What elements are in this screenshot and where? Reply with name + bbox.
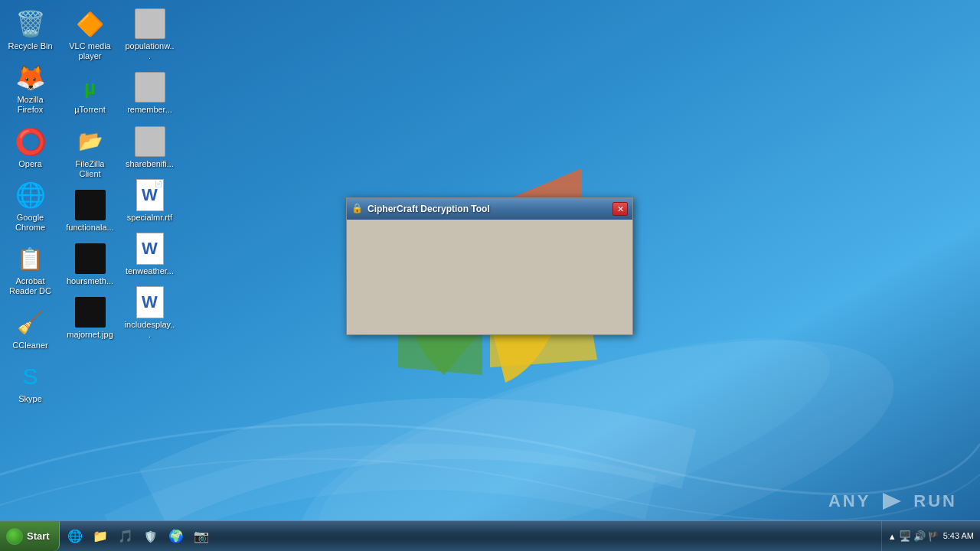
tray-icons: ▲ 🖥️ 🔊 🏴 xyxy=(888,530,939,542)
icon-google-chrome[interactable]: 🌐 Google Chrome xyxy=(2,175,59,237)
icon-label-sharebenifi: sharebenifi... xyxy=(126,159,174,169)
includesdisplay-icon: W xyxy=(135,287,165,318)
icon-label-chrome: Google Chrome xyxy=(5,213,56,233)
icon-label-recycle-bin: Recycle Bin xyxy=(8,41,52,51)
taskbar-shield-icon[interactable]: 🛡️ xyxy=(139,525,162,548)
icon-label-populationw: populationw... xyxy=(124,41,175,61)
icon-recycle-bin[interactable]: 🗑️ Recycle Bin xyxy=(2,4,59,56)
taskbar-ie-icon[interactable]: 🌐 xyxy=(64,525,87,548)
ie-icon: 🌐 xyxy=(67,529,83,543)
vlc-icon: 🔶 xyxy=(75,8,106,39)
anyrun-watermark: ANY RUN xyxy=(828,490,957,513)
icon-label-firefox: Mozilla Firefox xyxy=(5,95,56,115)
icon-label-acrobat: Acrobat Reader DC xyxy=(5,276,56,296)
icon-specialmr[interactable]: W 📄 specialmr.rtf xyxy=(121,175,178,227)
icon-label-majornet: majornet.jpg xyxy=(67,330,113,340)
majornet-icon xyxy=(75,297,106,328)
icon-hoursmeth[interactable]: hoursmeth... xyxy=(61,239,119,291)
icon-includesdisplay[interactable]: W includesplay... xyxy=(121,282,178,344)
chrome-icon: 🌐 xyxy=(15,180,46,210)
acrobat-icon: 📋 xyxy=(15,243,46,274)
icon-remember[interactable]: remember... xyxy=(121,67,178,119)
taskbar-browser-icon[interactable]: 🌍 xyxy=(165,525,188,548)
ciphercraft-dialog: 🔒 CipherCraft Decryption Tool ✕ xyxy=(346,197,633,335)
start-button[interactable]: Start xyxy=(0,521,60,551)
taskbar-quicklaunch: 🌐 📁 🎵 🛡️ 🌍 📷 xyxy=(60,521,217,551)
system-clock[interactable]: 5:43 AM xyxy=(943,530,974,542)
hoursmeth-icon xyxy=(75,243,106,274)
media-icon: 🎵 xyxy=(118,529,133,543)
sharebenifi-icon xyxy=(135,126,165,157)
icon-label-tenweather: tenweather... xyxy=(126,266,174,276)
dialog-close-button[interactable]: ✕ xyxy=(612,202,628,216)
dialog-title-icon: 🔒 xyxy=(351,203,364,215)
icon-sharebenifi[interactable]: sharebenifi... xyxy=(121,122,178,174)
desktop-col-2: 🔶 VLC media player µ µTorrent 📂 FileZill… xyxy=(60,0,120,350)
icon-skype[interactable]: S Skype xyxy=(2,357,59,409)
desktop-col-1: 🗑️ Recycle Bin 🦊 Mozilla Firefox ⭕ Opera… xyxy=(0,0,60,414)
skype-icon: S xyxy=(15,361,46,392)
icon-functionala[interactable]: functionala... xyxy=(61,185,119,237)
icon-label-remember: remember... xyxy=(127,105,172,115)
tray-network-icon[interactable]: 🖥️ xyxy=(899,530,911,542)
taskbar-explorer-icon[interactable]: 📁 xyxy=(89,525,112,548)
utorrent-icon: µ xyxy=(75,72,106,103)
icon-label-specialmr: specialmr.rtf xyxy=(127,213,172,223)
icon-label-hoursmeth: hoursmeth... xyxy=(67,276,113,286)
browser-taskbar-icon: 🌍 xyxy=(168,529,184,543)
taskbar: Start 🌐 📁 🎵 🛡️ 🌍 📷 xyxy=(0,520,980,551)
icon-vlc[interactable]: 🔶 VLC media player xyxy=(61,4,119,66)
recycle-bin-icon: 🗑️ xyxy=(15,8,46,39)
icon-utorrent[interactable]: µ µTorrent xyxy=(61,67,119,119)
icon-acrobat-reader[interactable]: 📋 Acrobat Reader DC xyxy=(2,239,59,301)
anyrun-logo-icon xyxy=(877,490,907,513)
shield-taskbar-icon: 🛡️ xyxy=(144,530,157,543)
anyrun-text: ANY xyxy=(828,491,871,511)
icon-populationw[interactable]: populationw... xyxy=(121,4,178,66)
icon-label-filezilla: FileZilla Client xyxy=(64,159,116,179)
icon-ccleaner[interactable]: 🧹 CCleaner xyxy=(2,303,59,355)
taskbar-app-icon[interactable]: 📷 xyxy=(190,525,213,548)
icon-tenweather[interactable]: W tenweather... xyxy=(121,229,178,281)
svg-marker-3 xyxy=(883,493,901,510)
icon-majornet[interactable]: majornet.jpg xyxy=(61,292,119,344)
taskbar-media-icon[interactable]: 🎵 xyxy=(114,525,137,548)
specialmr-icon: W 📄 xyxy=(135,180,165,210)
populationw-icon xyxy=(135,8,165,39)
anyrun-run-text: RUN xyxy=(913,491,957,511)
tray-flag-icon[interactable]: 🏴 xyxy=(928,531,939,542)
app-taskbar-icon: 📷 xyxy=(194,529,209,543)
icon-filezilla[interactable]: 📂 FileZilla Client xyxy=(61,122,119,184)
tenweather-icon: W xyxy=(135,233,165,264)
desktop: 🗑️ Recycle Bin 🦊 Mozilla Firefox ⭕ Opera… xyxy=(0,0,980,551)
filezilla-icon: 📂 xyxy=(75,126,106,157)
icon-label-opera: Opera xyxy=(18,159,42,169)
dialog-titlebar[interactable]: 🔒 CipherCraft Decryption Tool ✕ xyxy=(347,198,632,220)
firefox-icon: 🦊 xyxy=(15,62,46,93)
functionala-icon xyxy=(75,190,106,220)
tray-arrow-icon[interactable]: ▲ xyxy=(888,532,897,541)
explorer-icon: 📁 xyxy=(93,529,108,543)
desktop-col-3: populationw... remember... sharebenifi..… xyxy=(119,0,180,350)
opera-icon: ⭕ xyxy=(15,126,46,157)
icon-label-includesdisplay: includesplay... xyxy=(124,320,175,340)
icon-opera[interactable]: ⭕ Opera xyxy=(2,122,59,174)
clock-time: 5:43 AM xyxy=(943,530,974,542)
icon-label-utorrent: µTorrent xyxy=(74,105,106,115)
dialog-title-text: CipherCraft Decryption Tool xyxy=(368,204,609,214)
icon-label-ccleaner: CCleaner xyxy=(12,341,47,350)
icon-mozilla-firefox[interactable]: 🦊 Mozilla Firefox xyxy=(2,57,59,119)
dialog-content xyxy=(347,220,632,334)
icon-label-vlc: VLC media player xyxy=(64,41,116,61)
system-tray: ▲ 🖥️ 🔊 🏴 5:43 AM xyxy=(881,521,980,551)
icon-label-skype: Skype xyxy=(18,394,42,404)
start-label: Start xyxy=(27,530,50,542)
ccleaner-icon: 🧹 xyxy=(15,308,46,338)
start-orb-icon xyxy=(6,528,23,545)
remember-icon xyxy=(135,72,165,103)
tray-volume-icon[interactable]: 🔊 xyxy=(913,530,926,542)
icon-label-functionala: functionala... xyxy=(66,223,113,233)
